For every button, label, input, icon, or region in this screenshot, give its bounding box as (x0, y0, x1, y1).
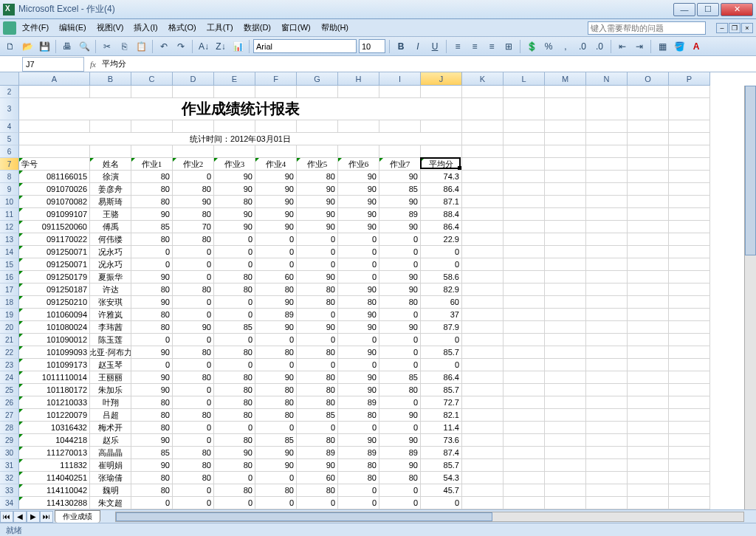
cell[interactable] (504, 258, 545, 271)
cell[interactable] (669, 321, 710, 334)
cell[interactable]: 90 (379, 221, 421, 233)
cell[interactable]: 0 (214, 359, 255, 371)
cell[interactable]: 统计时间：2012年03月01日 (19, 133, 462, 145)
cell[interactable]: 80 (255, 284, 297, 296)
cell[interactable]: 80 (338, 296, 379, 309)
cell[interactable] (504, 233, 545, 246)
cell[interactable] (669, 208, 710, 221)
cell[interactable]: 80 (338, 409, 379, 422)
cell[interactable] (504, 422, 545, 434)
cell[interactable] (586, 447, 628, 459)
cell[interactable]: 0 (255, 233, 297, 246)
cell[interactable]: 90 (379, 321, 421, 334)
cell[interactable] (504, 334, 545, 346)
new-button[interactable]: 🗋 (3, 39, 18, 54)
close-button[interactable]: ✕ (721, 3, 753, 16)
cell[interactable]: 0 (131, 334, 173, 346)
cell[interactable]: 0 (214, 233, 255, 246)
cell[interactable]: 傅禹 (90, 221, 131, 233)
cell[interactable] (462, 284, 504, 296)
name-box[interactable] (22, 57, 84, 72)
cell[interactable] (628, 334, 669, 346)
col-header-D[interactable]: D (173, 72, 214, 86)
align-center-button[interactable]: ≡ (467, 39, 482, 54)
cell[interactable] (586, 459, 628, 472)
cell[interactable] (545, 296, 586, 309)
cell[interactable] (131, 86, 173, 98)
cell[interactable]: 0 (255, 497, 297, 509)
cell[interactable] (586, 158, 628, 171)
cell[interactable] (214, 120, 255, 133)
maximize-button[interactable]: ☐ (697, 3, 719, 16)
cell[interactable]: 80 (255, 346, 297, 359)
cell[interactable]: 111832 (19, 459, 90, 472)
select-all-corner[interactable] (0, 72, 19, 86)
cell[interactable]: 0 (173, 296, 214, 309)
cell[interactable] (628, 384, 669, 396)
cell[interactable]: 101180172 (19, 384, 90, 396)
cell[interactable] (421, 120, 462, 133)
cell[interactable] (421, 86, 462, 98)
cell[interactable] (628, 221, 669, 233)
cell[interactable]: 0 (379, 422, 421, 434)
cell[interactable] (462, 396, 504, 409)
row-header[interactable]: 24 (0, 371, 19, 384)
cell[interactable]: 作业6 (338, 158, 379, 171)
cell[interactable]: 0 (173, 334, 214, 346)
cell[interactable]: 80 (379, 384, 421, 396)
cell[interactable]: 80 (131, 321, 173, 334)
cell[interactable] (504, 371, 545, 384)
cell[interactable] (586, 396, 628, 409)
paste-button[interactable]: 📋 (134, 39, 148, 54)
cell[interactable]: 114040251 (19, 472, 90, 484)
cell[interactable] (545, 171, 586, 183)
cell[interactable]: 90 (255, 447, 297, 459)
cell[interactable]: 90 (214, 183, 255, 196)
cell[interactable] (462, 246, 504, 258)
sort-desc-button[interactable]: Z↓ (213, 39, 228, 54)
col-header-I[interactable]: I (379, 72, 421, 86)
cell[interactable] (545, 98, 586, 120)
cell[interactable]: 85 (255, 434, 297, 447)
menu-view[interactable]: 视图(V) (92, 21, 128, 35)
row-header[interactable]: 3 (0, 98, 19, 120)
cell[interactable]: 80 (214, 284, 255, 296)
cell[interactable]: 10316432 (19, 422, 90, 434)
cell[interactable] (586, 120, 628, 133)
cell[interactable] (504, 133, 545, 145)
cell[interactable]: 0 (338, 258, 379, 271)
dec-indent-button[interactable]: ⇤ (615, 39, 630, 54)
cell[interactable] (669, 158, 710, 171)
cell[interactable]: 0 (297, 309, 338, 321)
cell[interactable]: 80 (297, 284, 338, 296)
row-header[interactable]: 18 (0, 296, 19, 309)
border-button[interactable]: ▦ (655, 39, 670, 54)
cell[interactable] (669, 472, 710, 484)
cell[interactable] (462, 258, 504, 271)
cell[interactable]: 0 (338, 233, 379, 246)
cell[interactable] (545, 484, 586, 497)
cell[interactable] (462, 196, 504, 208)
cell[interactable]: 90 (131, 384, 173, 396)
align-left-button[interactable]: ≡ (450, 39, 465, 54)
cell[interactable]: 90 (297, 321, 338, 334)
cell[interactable] (255, 120, 297, 133)
row-header[interactable]: 9 (0, 183, 19, 196)
cell[interactable]: 0 (297, 246, 338, 258)
cell[interactable] (338, 120, 379, 133)
cell[interactable] (669, 346, 710, 359)
cell[interactable] (628, 359, 669, 371)
cell[interactable] (669, 484, 710, 497)
col-header-B[interactable]: B (90, 72, 131, 86)
minimize-button[interactable]: — (673, 3, 695, 16)
row-header[interactable]: 11 (0, 208, 19, 221)
cell[interactable]: 80 (173, 409, 214, 422)
cell[interactable] (421, 145, 462, 158)
cell[interactable]: 80 (338, 459, 379, 472)
cell[interactable]: 0 (255, 258, 297, 271)
comma-button[interactable]: , (558, 39, 573, 54)
cell[interactable] (297, 86, 338, 98)
cell[interactable]: 90 (131, 296, 173, 309)
cell[interactable] (462, 120, 504, 133)
cell[interactable]: 1011110014 (19, 371, 90, 384)
